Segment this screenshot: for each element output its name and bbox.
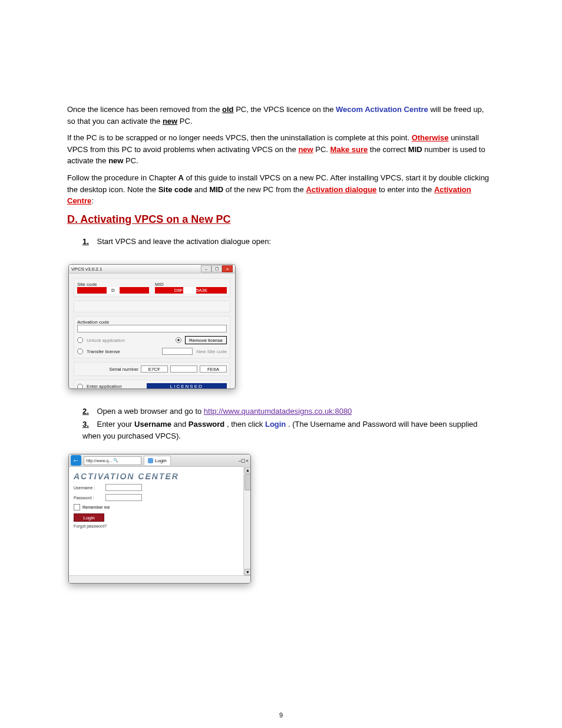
site-code-value: D bbox=[77, 287, 149, 294]
maximize-button[interactable]: ▢ bbox=[241, 458, 246, 463]
serial-part-2 bbox=[170, 365, 197, 373]
text: Wecom Activation Centre bbox=[336, 105, 428, 114]
scroll-down-arrow[interactable]: ▼ bbox=[244, 569, 251, 575]
serial-part-3: FE6A bbox=[200, 365, 227, 373]
step-text: Open a web browser and go to bbox=[97, 407, 203, 416]
text: old bbox=[222, 105, 234, 114]
remove-license-button[interactable]: Remove license bbox=[185, 336, 227, 344]
username-label: Username : bbox=[74, 486, 102, 490]
text: new bbox=[108, 156, 123, 165]
step-number: 3. bbox=[82, 420, 89, 429]
text: Make sure bbox=[330, 145, 368, 154]
serial-label: Serial number bbox=[109, 367, 138, 372]
mid-label: MID bbox=[155, 282, 227, 287]
text: MID bbox=[209, 185, 223, 194]
password-label: Password : bbox=[74, 496, 102, 500]
login-button[interactable]: Login bbox=[74, 513, 104, 522]
vertical-scrollbar[interactable]: ▲ ▼ bbox=[243, 466, 250, 576]
text: MID bbox=[408, 145, 422, 154]
text: Otherwise bbox=[412, 133, 449, 142]
activation-code-label: Activation code bbox=[77, 319, 227, 325]
unlock-radio[interactable] bbox=[77, 337, 83, 343]
text: Password bbox=[189, 420, 224, 429]
page-icon bbox=[148, 458, 153, 463]
text: of the new PC from the bbox=[223, 185, 306, 194]
remember-label: Remember me bbox=[82, 505, 110, 509]
text: and bbox=[174, 420, 189, 429]
new-site-code-label: New Site code bbox=[196, 349, 227, 354]
dialog-title: VPCS v3.0.2.1 bbox=[71, 266, 102, 272]
page-title: ACTIVATION CENTER bbox=[74, 472, 246, 481]
back-button[interactable]: ← bbox=[71, 455, 81, 466]
close-button[interactable]: × bbox=[222, 265, 233, 272]
text: and bbox=[192, 185, 209, 194]
enter-application-radio[interactable] bbox=[77, 384, 83, 390]
browser-tab[interactable]: Login bbox=[144, 456, 171, 465]
text: Once the licence has been removed from t… bbox=[67, 105, 220, 114]
licensed-badge: LICENSED bbox=[147, 383, 227, 389]
new-site-code-input[interactable] bbox=[162, 348, 193, 355]
minimize-button[interactable]: – bbox=[201, 265, 211, 272]
text: Site code bbox=[158, 185, 193, 194]
scrollbar-thumb[interactable] bbox=[244, 474, 251, 490]
username-input[interactable] bbox=[105, 484, 142, 491]
text: new bbox=[298, 145, 313, 154]
text: new bbox=[163, 117, 177, 126]
page-number: 9 bbox=[0, 711, 562, 719]
text: , then click bbox=[227, 420, 265, 429]
step-text: Start VPCS and leave the activation dial… bbox=[97, 237, 271, 246]
site-code-label: Site code bbox=[77, 282, 149, 287]
text: Follow the procedure in Chapter bbox=[67, 173, 178, 182]
text: : bbox=[91, 196, 94, 205]
text: Activation dialogue bbox=[306, 185, 376, 194]
section-heading: D. Activating VPCS on a New PC bbox=[67, 213, 230, 226]
browser-window: ← http://www.q... 🔍 Login – ▢ × ACTIVATI… bbox=[68, 454, 251, 584]
status-bar bbox=[69, 575, 250, 583]
remember-checkbox[interactable] bbox=[74, 504, 80, 510]
maximize-button[interactable]: ▢ bbox=[211, 265, 222, 272]
transfer-license-label: Transfer license bbox=[87, 349, 120, 354]
text: PC. bbox=[315, 145, 328, 154]
text: PC. bbox=[125, 156, 138, 165]
address-bar[interactable]: http://www.q... 🔍 bbox=[84, 456, 141, 465]
text: to enter into the bbox=[376, 185, 434, 194]
activation-centre-link[interactable]: http://www.quantumdatadesigns.co.uk:8080 bbox=[204, 407, 352, 416]
text: Login bbox=[265, 420, 286, 429]
text: Enter your bbox=[97, 420, 134, 429]
step-number: 2. bbox=[82, 407, 89, 416]
forgot-password-link[interactable]: Forgot password? bbox=[74, 524, 246, 528]
tab-title: Login bbox=[155, 458, 167, 463]
unlock-label: Unlock application bbox=[87, 338, 125, 343]
vpcs-activation-dialog: VPCS v3.0.2.1 – ▢ × Site code D bbox=[68, 264, 236, 389]
close-button[interactable]: × bbox=[246, 458, 249, 463]
mid-value: D8F 5A3E bbox=[155, 287, 227, 294]
text: the correct bbox=[370, 145, 406, 154]
scroll-up-arrow[interactable]: ▲ bbox=[244, 467, 251, 473]
text: PC, the VPCS licence on the bbox=[236, 105, 333, 114]
text: If the PC is to be scrapped or no longer… bbox=[67, 133, 409, 142]
enter-application-label: Enter application bbox=[87, 384, 122, 389]
text: PC. bbox=[180, 117, 193, 126]
text: A bbox=[178, 173, 184, 182]
step-number: 1. bbox=[82, 237, 89, 246]
activation-code-input[interactable] bbox=[77, 325, 227, 332]
password-input[interactable] bbox=[105, 494, 142, 501]
remove-license-radio[interactable] bbox=[176, 337, 181, 343]
text: Username bbox=[134, 420, 173, 429]
transfer-license-radio[interactable] bbox=[77, 348, 83, 354]
serial-part-1: E7CF bbox=[141, 365, 168, 373]
